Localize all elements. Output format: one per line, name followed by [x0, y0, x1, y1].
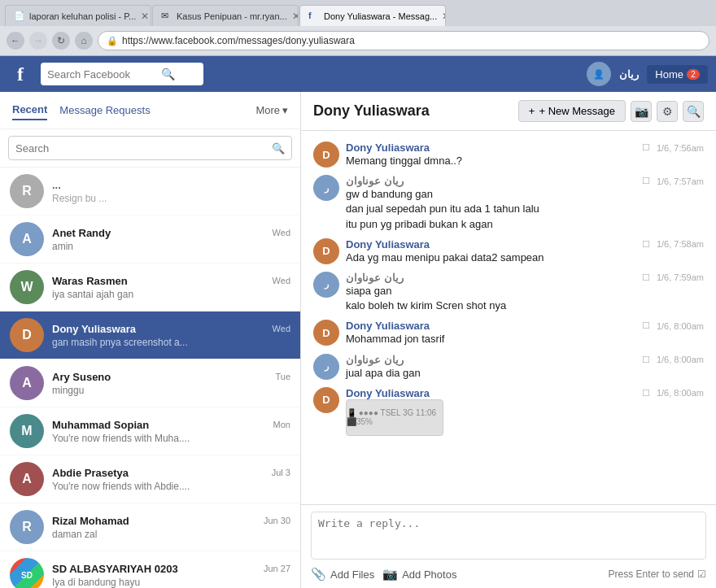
more-chevron-icon: ▾	[282, 104, 288, 116]
conv-name: Abdie Prasetya	[52, 467, 129, 479]
compose-input[interactable]	[311, 512, 706, 560]
msg-sender: ريان عوناوان	[346, 175, 404, 187]
avatar: ر	[313, 175, 339, 201]
msg-content: Dony Yuliaswara ☐ 1/6, 7:56am Memang tin…	[346, 142, 704, 168]
chat-messages: D Dony Yuliaswara ☐ 1/6, 7:56am Memang t…	[301, 131, 716, 504]
conv-date: Jul 3	[272, 468, 290, 477]
fb-home-button[interactable]: Home 2	[647, 65, 708, 84]
msg-checkbox-icon: ☐	[642, 388, 650, 399]
conv-preview: gan masih pnya screenshot a...	[52, 337, 290, 348]
conv-preview: minggu	[52, 385, 290, 396]
main-layout: Recent Message Requests More ▾ 🔍 R ...	[0, 92, 716, 588]
paperclip-icon: 📎	[311, 567, 326, 581]
tab-2[interactable]: ✉ Kasus Penipuan - mr.ryan... ✕	[152, 5, 299, 26]
tab-close-2[interactable]: ✕	[292, 11, 299, 22]
reload-button[interactable]: ↻	[52, 32, 70, 50]
table-row: ر ريان عوناوان ☐ 1/6, 8:00am jual apa di…	[313, 351, 704, 383]
tab-close-3[interactable]: ✕	[442, 11, 446, 22]
tab-favicon-1: 📄	[14, 11, 25, 22]
new-message-label: + New Message	[539, 105, 615, 117]
list-item[interactable]: A Anet Randy Wed amin	[0, 216, 300, 264]
list-item[interactable]: A Ary Suseno Tue minggu	[0, 359, 300, 407]
conv-name: SD ALBASYARIYAH 0203	[52, 563, 178, 575]
sidebar-more-dropdown[interactable]: More ▾	[255, 104, 288, 116]
fb-user-avatar[interactable]: 👤	[587, 62, 611, 86]
fb-search-container[interactable]: 🔍	[41, 63, 203, 85]
avatar-image: 👤	[593, 69, 605, 80]
msg-time: 1/6, 7:56am	[657, 143, 704, 153]
address-bar: ← → ↻ ⌂ 🔒 https://www.facebook.com/messa…	[0, 26, 716, 55]
tab-close-1[interactable]: ✕	[141, 11, 149, 22]
avatar: SD	[10, 558, 44, 588]
msg-content: Dony Yuliaswara ☐ 1/6, 8:00am 📱 ●●●● TSE…	[346, 387, 704, 436]
list-item[interactable]: M Muhammad Sopian Mon You're now friends…	[0, 407, 300, 455]
video-call-button[interactable]: 📷	[631, 101, 652, 122]
avatar: A	[10, 222, 44, 256]
forward-button[interactable]: →	[29, 32, 47, 50]
add-photos-button[interactable]: 📷 Add Photos	[382, 567, 456, 581]
fb-search-input[interactable]	[47, 68, 161, 81]
sidebar-tab-recent[interactable]: Recent	[12, 100, 47, 120]
new-message-button[interactable]: + + New Message	[518, 100, 626, 122]
conv-info: Muhammad Sopian Mon You're now friends w…	[52, 419, 290, 444]
avatar: D	[313, 142, 339, 168]
back-button[interactable]: ←	[7, 32, 24, 50]
compose-toolbar: 📎 Add Files 📷 Add Photos Press Enter to …	[311, 567, 706, 581]
add-files-button[interactable]: 📎 Add Files	[311, 567, 374, 581]
fb-search-icon: 🔍	[161, 68, 175, 81]
tab-title-1: laporan keluhan polisi - P...	[29, 11, 136, 21]
sidebar-tab-message-requests[interactable]: Message Requests	[59, 101, 150, 120]
msg-text: Ada yg mau menipu pakai data2 sampean	[346, 251, 544, 264]
conv-date: Jun 30	[264, 516, 290, 525]
conv-info: ... Resign bu ...	[52, 179, 290, 204]
home-badge: 2	[687, 69, 700, 80]
conv-info: Waras Rasmen Wed iya santai ajah gan	[52, 275, 290, 300]
msg-time: 1/6, 7:58am	[657, 239, 704, 249]
list-item[interactable]: R Rizal Mohamad Jun 30 daman zal	[0, 503, 300, 551]
avatar: ر	[313, 272, 339, 298]
list-item[interactable]: D Dony Yuliaswara Wed gan masih pnya scr…	[0, 311, 300, 359]
msg-checkbox-icon: ☐	[642, 142, 650, 153]
fb-user-name: ريان	[619, 68, 639, 81]
conv-preview: iya santai ajah gan	[52, 289, 290, 300]
tab-3[interactable]: f Dony Yuliaswara - Messag... ✕	[299, 5, 446, 26]
search-chat-button[interactable]: 🔍	[683, 101, 704, 122]
list-item[interactable]: W Waras Rasmen Wed iya santai ajah gan	[0, 264, 300, 311]
table-row: D Dony Yuliaswara ☐ 1/6, 8:00am Mohammad…	[313, 317, 704, 349]
list-item[interactable]: SD SD ALBASYARIYAH 0203 Jun 27 Iya di ba…	[0, 551, 300, 588]
tab-1[interactable]: 📄 laporan keluhan polisi - P... ✕	[5, 5, 151, 26]
list-item[interactable]: R ... Resign bu ...	[0, 168, 300, 216]
camera-icon: 📷	[382, 567, 398, 581]
compose-area: 📎 Add Files 📷 Add Photos Press Enter to …	[301, 504, 716, 588]
conv-date: Wed	[273, 324, 290, 333]
list-item[interactable]: A Abdie Prasetya Jul 3 You're now friend…	[0, 455, 300, 503]
table-row: D Dony Yuliaswara ☐ 1/6, 8:00am 📱 ●●●● T…	[313, 385, 704, 438]
add-files-label: Add Files	[330, 568, 374, 581]
table-row: ر ريان عوناوان ☐ 1/6, 7:57am gw d bandun…	[313, 172, 704, 234]
tab-favicon-2: ✉	[161, 11, 172, 22]
table-row: ر ريان عوناوان ☐ 1/6, 7:59am siapa gan k…	[313, 269, 704, 316]
conv-preview: Resign bu ...	[52, 193, 290, 204]
msg-content: ريان عوناوان ☐ 1/6, 7:59am siapa gan kal…	[346, 272, 704, 313]
avatar: D	[10, 318, 44, 352]
chat-area: Dony Yuliaswara + + New Message 📷 ⚙ 🔍	[301, 92, 716, 588]
sidebar-search-input[interactable]	[15, 142, 272, 155]
avatar: R	[10, 174, 44, 208]
msg-sender: Dony Yuliaswara	[346, 142, 430, 154]
msg-checkbox-icon: ☐	[642, 272, 650, 283]
conv-info: Dony Yuliaswara Wed gan masih pnya scree…	[52, 323, 290, 348]
settings-button[interactable]: ⚙	[657, 101, 678, 122]
tab-title-3: Dony Yuliaswara - Messag...	[324, 11, 437, 21]
msg-time: 1/6, 8:00am	[657, 355, 704, 364]
msg-time: 1/6, 7:57am	[657, 176, 704, 186]
home-button[interactable]: ⌂	[75, 32, 93, 50]
fb-user-area: 👤 ريان Home 2	[587, 62, 708, 86]
conv-date: Wed	[273, 276, 290, 285]
conv-date: Jun 27	[264, 564, 290, 573]
msg-text: siapa gan kalo boleh tw kirim Scren shot…	[346, 284, 704, 313]
sidebar-search-box[interactable]: 🔍	[8, 136, 292, 160]
url-bar[interactable]: 🔒 https://www.facebook.com/messages/dony…	[98, 31, 709, 50]
conv-info: Anet Randy Wed amin	[52, 227, 290, 252]
avatar: A	[10, 366, 44, 400]
msg-sender: ريان عوناوان	[346, 354, 404, 366]
